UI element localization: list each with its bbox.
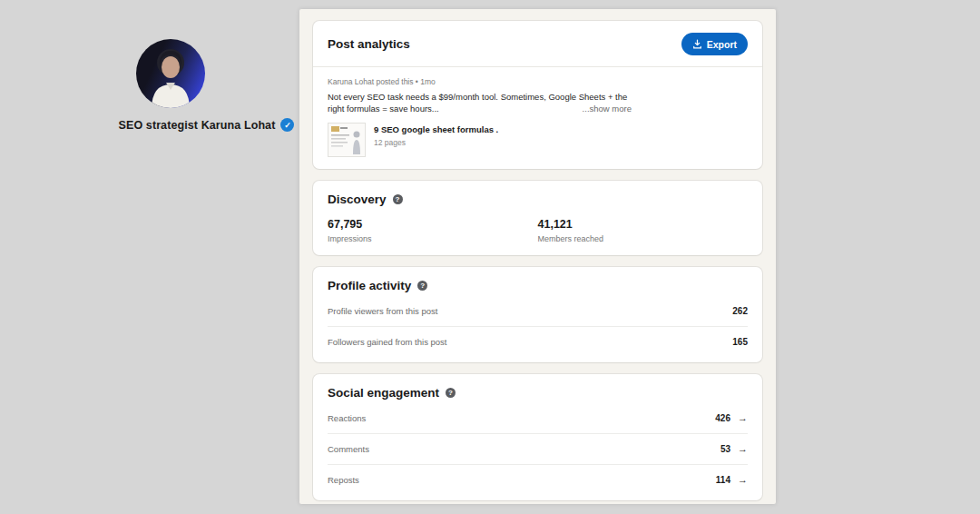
post-text: Not every SEO task needs a $99/month too… bbox=[328, 91, 632, 114]
person-portrait-icon bbox=[136, 39, 205, 108]
post-analytics-card: Post analytics Export Karuna Lohat poste… bbox=[313, 21, 762, 169]
discovery-stats: 67,795 Impressions 41,121 Members reache… bbox=[328, 218, 748, 243]
metric-right: 114 → bbox=[716, 475, 748, 485]
metric-value: 426 bbox=[715, 413, 730, 423]
social-engagement-card: Social engagement ? Reactions 426 → Comm… bbox=[313, 374, 762, 500]
metric-row-followers-gained: Followers gained from this post 165 bbox=[328, 327, 748, 351]
stat-value: 67,795 bbox=[328, 218, 538, 231]
metric-value: 262 bbox=[732, 306, 748, 316]
stat-label: Impressions bbox=[328, 234, 538, 243]
attachment-pages: 12 pages bbox=[374, 138, 498, 147]
profile-activity-title: Profile activity bbox=[328, 279, 411, 292]
social-engagement-rows: Reactions 426 → Comments 53 → Reposts bbox=[328, 403, 748, 489]
stat-label: Members reached bbox=[538, 234, 749, 243]
metric-value: 53 bbox=[720, 444, 730, 454]
metric-right: 426 → bbox=[715, 413, 748, 423]
post-attachment[interactable]: 9 SEO google sheet formulas . 12 pages bbox=[328, 123, 748, 157]
metric-value: 114 bbox=[716, 475, 730, 485]
metric-row-profile-viewers: Profile viewers from this post 262 bbox=[328, 296, 748, 327]
profile-name[interactable]: SEO strategist Karuna Lohat bbox=[119, 119, 276, 132]
avatar[interactable] bbox=[136, 39, 205, 108]
metric-right: 53 → bbox=[720, 444, 748, 454]
metric-label: Reactions bbox=[328, 413, 366, 423]
metric-value: 165 bbox=[732, 337, 748, 347]
metric-row-reposts[interactable]: Reposts 114 → bbox=[328, 465, 748, 489]
help-icon[interactable]: ? bbox=[446, 388, 456, 398]
stat-value: 41,121 bbox=[538, 218, 749, 231]
post-analytics-title: Post analytics bbox=[328, 37, 410, 51]
help-icon[interactable]: ? bbox=[393, 194, 403, 204]
arrow-right-icon[interactable]: → bbox=[738, 413, 748, 423]
download-icon bbox=[692, 39, 702, 49]
metric-row-reactions[interactable]: Reactions 426 → bbox=[328, 403, 748, 434]
social-engagement-header: Social engagement ? bbox=[328, 386, 748, 400]
profile-activity-rows: Profile viewers from this post 262 Follo… bbox=[328, 296, 748, 351]
profile-activity-header: Profile activity ? bbox=[328, 279, 748, 292]
export-button-label: Export bbox=[707, 39, 737, 50]
document-thumbnail bbox=[328, 123, 366, 157]
post-analytics-header: Post analytics Export bbox=[328, 33, 748, 55]
metric-label: Followers gained from this post bbox=[328, 337, 446, 347]
divider bbox=[313, 66, 762, 67]
social-engagement-title: Social engagement bbox=[328, 386, 439, 400]
profile-activity-card: Profile activity ? Profile viewers from … bbox=[313, 267, 762, 362]
analytics-panel: Post analytics Export Karuna Lohat poste… bbox=[299, 9, 776, 504]
stat-members-reached: 41,121 Members reached bbox=[538, 218, 749, 243]
stat-impressions: 67,795 Impressions bbox=[328, 218, 538, 243]
help-icon[interactable]: ? bbox=[417, 281, 427, 291]
metric-row-comments[interactable]: Comments 53 → bbox=[328, 434, 748, 465]
export-button[interactable]: Export bbox=[681, 33, 748, 55]
metric-label: Profile viewers from this post bbox=[328, 306, 437, 316]
discovery-card: Discovery ? 67,795 Impressions 41,121 Me… bbox=[313, 181, 762, 255]
metric-label: Reposts bbox=[328, 475, 359, 485]
metric-label: Comments bbox=[328, 444, 369, 454]
show-more-link[interactable]: ...show more bbox=[579, 103, 632, 114]
arrow-right-icon[interactable]: → bbox=[738, 475, 748, 485]
post-meta: Karuna Lohat posted this • 1mo bbox=[328, 77, 748, 86]
post-preview: Karuna Lohat posted this • 1mo Not every… bbox=[328, 77, 748, 157]
discovery-header: Discovery ? bbox=[328, 193, 748, 206]
arrow-right-icon[interactable]: → bbox=[738, 444, 748, 454]
discovery-title: Discovery bbox=[328, 193, 387, 206]
profile-name-row: SEO strategist Karuna Lohat ✓ bbox=[118, 118, 295, 132]
verified-badge-icon: ✓ bbox=[280, 118, 294, 132]
document-preview-icon bbox=[328, 124, 365, 156]
page: SEO strategist Karuna Lohat ✓ Post analy… bbox=[0, 0, 980, 514]
attachment-text: 9 SEO google sheet formulas . 12 pages bbox=[374, 123, 498, 147]
attachment-title: 9 SEO google sheet formulas . bbox=[374, 124, 498, 134]
